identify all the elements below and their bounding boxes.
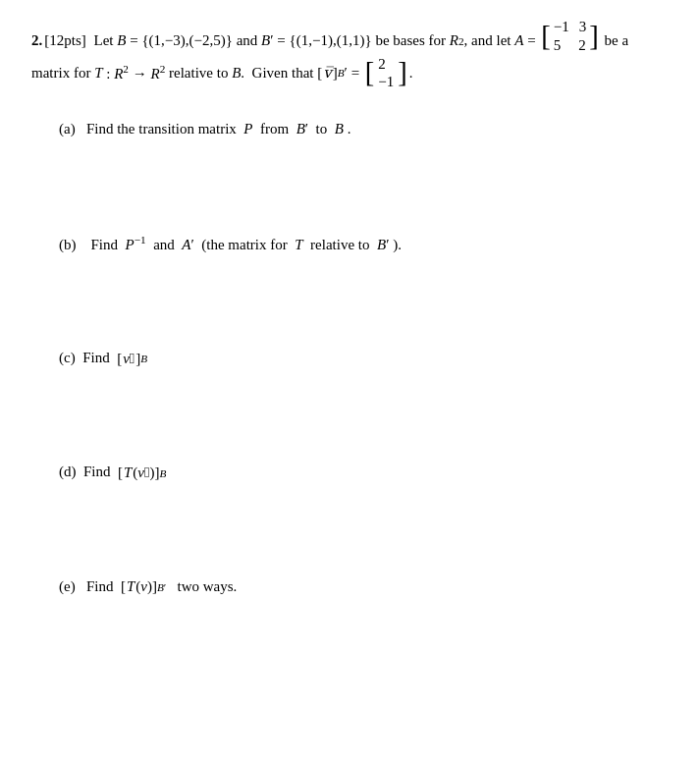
part-e-expr: [T(v)]B′	[121, 574, 166, 600]
part-b-paren-text: (the matrix for	[198, 237, 292, 252]
part-d-label: (d)	[59, 464, 77, 479]
v-Bprime-lhs: [ v̅ ]B′	[317, 61, 348, 86]
part-a-label: (a)	[59, 121, 76, 137]
A-row-2: 5 2	[554, 36, 586, 55]
problem-header-line2: matrix for T : R2 → R2 relative to B . G…	[31, 55, 669, 92]
part-b: (b) Find P−1 and A′ (the matrix for T re…	[59, 231, 669, 258]
part-c-label: (c)	[59, 350, 76, 365]
A-r1c2: 3	[579, 18, 587, 36]
bracket-right-v: ]	[398, 60, 407, 85]
part-e-find: Find	[79, 578, 117, 594]
part-a-to: to	[312, 121, 331, 137]
intro-text: Let	[90, 28, 118, 54]
be-a: be a	[601, 28, 628, 54]
part-e-label: (e)	[59, 578, 76, 594]
period-1: .	[409, 61, 413, 86]
part-d: (d) Find [T(v⃗)]B	[59, 460, 669, 485]
bracket-left-v: [	[365, 60, 375, 85]
part-a: (a) Find the transition matrix P from B′…	[59, 117, 669, 142]
part-a-P: P	[243, 121, 252, 137]
bracket-left-A: [	[541, 24, 551, 49]
bracket-right-A: ]	[589, 24, 599, 49]
T-mapping: : R2 → R2	[103, 60, 166, 87]
part-a-from: from	[256, 121, 293, 137]
A-label: A	[514, 28, 523, 54]
equals-2: =	[523, 28, 539, 54]
part-e: (e) Find [T(v)]B′ two ways.	[59, 574, 669, 600]
A-row-1: −1 3	[554, 18, 586, 36]
part-e-two-ways: two ways.	[170, 578, 237, 594]
part-b-Pinv: P	[126, 237, 135, 252]
problem-header-line1: 2. [12pts] Let B = {(1,−3),(−2,5)} and B…	[31, 18, 669, 55]
part-a-B: B	[335, 121, 344, 137]
v-row-2: −1	[378, 73, 394, 91]
part-b-close: ).	[393, 237, 402, 252]
equals-3: =	[348, 61, 363, 86]
v-row-1: 2	[378, 55, 394, 74]
problem-points: [12pts]	[44, 28, 86, 54]
A-matrix: [ −1 3 5 2 ]	[541, 18, 598, 55]
matrix-for-text: matrix for	[31, 61, 94, 86]
part-c-find: Find	[79, 350, 113, 365]
v-matrix-content: 2 −1	[378, 55, 394, 92]
part-a-text: Find the transition matrix	[79, 121, 240, 137]
part-c: (c) Find [v⃗]B	[59, 346, 669, 371]
part-a-period: .	[348, 121, 351, 137]
Bprime-definition: B′ = {(1,−1),(1,1)}	[261, 28, 372, 54]
part-b-inv-sup: −1	[135, 234, 146, 246]
part-b-Bprime2: B	[377, 237, 386, 252]
part-b-T: T	[295, 237, 302, 252]
A-r2c1: 5	[554, 36, 562, 55]
relative-to-text: relative to	[165, 61, 232, 86]
given-that-text: . Given that	[241, 61, 317, 86]
A-r2c2: 2	[578, 36, 586, 55]
part-b-and: and	[149, 237, 178, 252]
part-b-label: (b)	[59, 237, 77, 252]
B-ref: B	[232, 61, 241, 86]
part-d-find: Find	[80, 464, 114, 479]
problem-container: 2. [12pts] Let B = {(1,−3),(−2,5)} and B…	[31, 18, 669, 600]
A-r1c1: −1	[554, 18, 569, 36]
B-definition: B	[117, 28, 126, 54]
part-d-expr: [T(v⃗)]B	[118, 461, 166, 486]
part-b-relative: relative to	[306, 237, 373, 252]
R2-label: R	[450, 28, 458, 54]
part-b-find: Find	[80, 237, 122, 252]
problem-number: 2.	[31, 28, 42, 54]
T-label: T	[94, 61, 102, 86]
be-bases-for: be bases for	[372, 28, 450, 54]
equals-1: = {(1,−3),(−2,5)}	[126, 28, 233, 54]
A-matrix-content: −1 3 5 2	[554, 18, 586, 55]
part-b-Aprime: A	[182, 237, 190, 252]
and-connector-1: and	[233, 28, 261, 54]
v-Bprime-matrix: [ 2 −1 ]	[365, 55, 407, 92]
part-c-expr: [v⃗]B	[117, 347, 147, 372]
and-connector-2: and let	[467, 28, 514, 54]
part-a-Bprime: B	[296, 121, 305, 137]
